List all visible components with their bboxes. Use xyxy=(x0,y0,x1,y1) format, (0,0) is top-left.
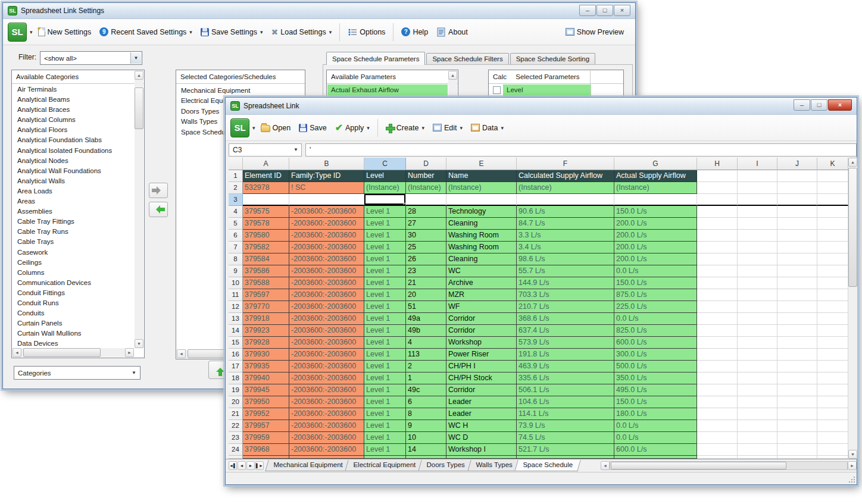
row-header-18[interactable]: 18 xyxy=(229,372,243,384)
cell-E9[interactable]: WC xyxy=(446,265,517,277)
cell-F19[interactable]: 506.1 L/s xyxy=(517,384,614,396)
cell-E22[interactable]: WC H xyxy=(446,420,517,432)
cell-I21[interactable] xyxy=(738,408,777,420)
cell-H14[interactable] xyxy=(697,325,738,337)
cell-F14[interactable]: 637.4 L/s xyxy=(517,325,614,337)
col-header-H[interactable]: H xyxy=(697,158,738,170)
cell-A1[interactable]: Element ID xyxy=(243,170,289,182)
move-left-button[interactable] xyxy=(149,202,168,217)
cell-C24[interactable]: Level 1 xyxy=(364,444,406,456)
category-item[interactable]: Conduits xyxy=(13,308,134,318)
cell-D13[interactable]: 49a xyxy=(406,313,446,325)
cell-E10[interactable]: Archive xyxy=(446,277,517,289)
cell-J18[interactable] xyxy=(777,372,817,384)
col-header-B[interactable]: B xyxy=(289,158,364,170)
cell-K15[interactable] xyxy=(817,337,848,349)
recent-saved-settings-button[interactable]: 9 Recent Saved Settings ▾ xyxy=(96,25,195,39)
cell-F24[interactable]: 521.7 L/s xyxy=(517,444,614,456)
cell-E2[interactable]: (Instance) xyxy=(446,182,517,194)
cell-H8[interactable] xyxy=(697,253,738,265)
cell-F5[interactable]: 84.7 L/s xyxy=(517,218,614,230)
cell-F3[interactable] xyxy=(517,194,614,206)
cell-C7[interactable]: Level 1 xyxy=(364,242,406,253)
category-item[interactable]: Cable Tray Fittings xyxy=(13,217,134,227)
cell-K7[interactable] xyxy=(817,242,848,253)
cell-K19[interactable] xyxy=(817,384,848,396)
cell-E3[interactable] xyxy=(446,194,517,206)
cell-J13[interactable] xyxy=(777,313,817,325)
cell-D10[interactable]: 21 xyxy=(406,277,446,289)
cell-J4[interactable] xyxy=(777,206,817,218)
cell-J9[interactable] xyxy=(777,265,817,277)
cell-A21[interactable]: 379952 xyxy=(243,408,289,420)
cell-B6[interactable]: -2003600:-2003600 xyxy=(289,230,364,242)
close-button[interactable]: × xyxy=(614,5,630,16)
cell-G15[interactable]: 600.0 L/s xyxy=(614,337,697,349)
cell-E18[interactable]: CH/PH Stock xyxy=(446,372,517,384)
cell-G24[interactable]: 600.0 L/s xyxy=(614,444,697,456)
cell-F16[interactable]: 191.8 L/s xyxy=(517,349,614,361)
cell-A2[interactable]: 532978 xyxy=(243,182,289,194)
cell-A16[interactable]: 379930 xyxy=(243,349,289,361)
cell-C12[interactable]: Level 1 xyxy=(364,301,406,313)
cell-G21[interactable]: 180.0 L/s xyxy=(614,408,697,420)
category-item[interactable]: Areas xyxy=(13,196,134,206)
category-item[interactable]: Ceilings xyxy=(13,258,134,268)
scroll-left-icon[interactable]: ◄ xyxy=(601,461,610,470)
cell-F18[interactable]: 335.6 L/s xyxy=(517,372,614,384)
cell-K24[interactable] xyxy=(817,444,848,456)
cell-J15[interactable] xyxy=(777,337,817,349)
category-item[interactable]: Air Terminals xyxy=(13,84,134,95)
cell-K9[interactable] xyxy=(817,265,848,277)
category-item[interactable]: Communication Devices xyxy=(13,278,134,288)
chevron-down-icon[interactable]: ▼ xyxy=(129,367,139,378)
cell-I23[interactable] xyxy=(738,432,777,444)
cell-B17[interactable]: -2003600:-2003600 xyxy=(289,361,364,372)
cell-B22[interactable]: -2003600:-2003600 xyxy=(289,420,364,432)
cell-G16[interactable]: 300.0 L/s xyxy=(614,349,697,361)
cell-reference-box[interactable]: C3 ▼ xyxy=(229,143,302,156)
cell-I15[interactable] xyxy=(738,337,777,349)
cell-K20[interactable] xyxy=(817,396,848,408)
cell-A13[interactable]: 379918 xyxy=(243,313,289,325)
cell-D23[interactable]: 10 xyxy=(406,432,446,444)
cell-F21[interactable]: 114.1 L/s xyxy=(517,408,614,420)
cell-E24[interactable]: Workshop I xyxy=(446,444,517,456)
cell-B10[interactable]: -2003600:-2003600 xyxy=(289,277,364,289)
cell-C4[interactable]: Level 1 xyxy=(364,206,406,218)
cell-E16[interactable]: Power Riser xyxy=(446,349,517,361)
cell-E15[interactable]: Workshop xyxy=(446,337,517,349)
col-header-D[interactable]: D xyxy=(406,158,446,170)
cell-E6[interactable]: Washing Room xyxy=(446,230,517,242)
cell-G13[interactable]: 0.0 L/s xyxy=(614,313,697,325)
cell-E1[interactable]: Name xyxy=(446,170,517,182)
cell-K13[interactable] xyxy=(817,313,848,325)
cell-H21[interactable] xyxy=(697,408,738,420)
cell-K16[interactable] xyxy=(817,349,848,361)
category-item[interactable]: Analytical Beams xyxy=(13,95,134,105)
row-header-4[interactable]: 4 xyxy=(229,206,243,218)
cell-F11[interactable]: 703.3 L/s xyxy=(517,289,614,301)
new-settings-button[interactable]: ✦ New Settings xyxy=(35,25,95,39)
cell-C5[interactable]: Level 1 xyxy=(364,218,406,230)
cell-G2[interactable]: (Instance) xyxy=(614,182,697,194)
data-button[interactable]: Data ▾ xyxy=(468,121,507,134)
tab-space-schedule-parameters[interactable]: Space Schedule Parameters xyxy=(326,52,425,65)
cell-D9[interactable]: 23 xyxy=(406,265,446,277)
cell-E17[interactable]: CH/PH I xyxy=(446,361,517,372)
close-button[interactable]: × xyxy=(828,99,852,111)
cell-D24[interactable]: 14 xyxy=(406,444,446,456)
row-header-23[interactable]: 23 xyxy=(229,432,243,444)
maximize-button[interactable]: □ xyxy=(596,5,613,16)
cell-D21[interactable]: 8 xyxy=(406,408,446,420)
cell-B4[interactable]: -2003600:-2003600 xyxy=(289,206,364,218)
cell-H24[interactable] xyxy=(697,444,738,456)
cell-K5[interactable] xyxy=(817,218,848,230)
cell-J17[interactable] xyxy=(777,361,817,372)
cell-J22[interactable] xyxy=(777,420,817,432)
cell-B20[interactable]: -2003600:-2003600 xyxy=(289,396,364,408)
cell-B5[interactable]: -2003600:-2003600 xyxy=(289,218,364,230)
cell-C3[interactable] xyxy=(364,194,406,206)
cell-G14[interactable]: 825.0 L/s xyxy=(614,325,697,337)
cell-H20[interactable] xyxy=(697,396,738,408)
